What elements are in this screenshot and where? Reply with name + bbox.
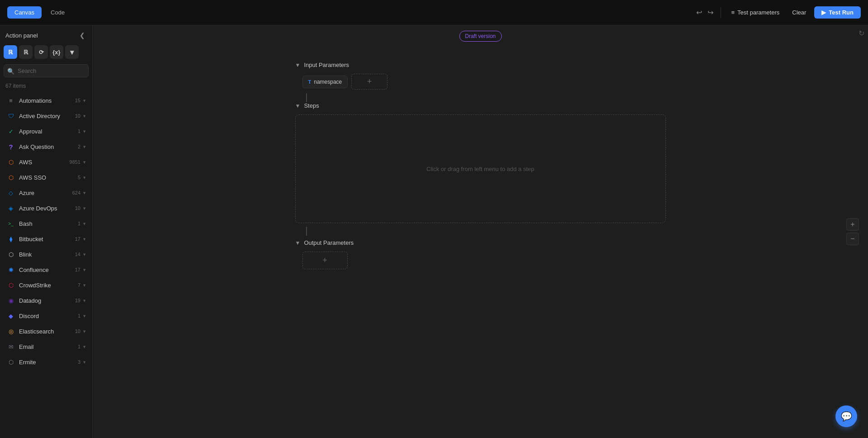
chevron-icon: ▾ [83,282,86,288]
chevron-icon: ▾ [83,344,86,350]
undo-button[interactable]: ↩ [694,6,704,19]
azure-devops-icon: ◈ [6,204,15,213]
steps-chevron[interactable]: ▼ [295,103,301,109]
tool-icon-more[interactable]: ▾ [65,45,79,59]
automations-icon: ≡ [6,96,15,105]
test-run-button[interactable]: ▶ Test Run [814,6,861,19]
chevron-icon: ▾ [83,159,86,165]
zoom-in-button[interactable]: + [846,218,859,231]
active-directory-icon: 🛡 [6,111,15,120]
steps-empty-message: Click or drag from left menu to add a st… [426,166,534,172]
tab-code[interactable]: Code [43,6,72,19]
search-box: 🔍 [4,64,89,77]
zoom-out-button[interactable]: − [846,233,859,245]
chevron-icon: ▾ [83,267,86,273]
steps-drop-zone[interactable]: Click or drag from left menu to add a st… [295,114,666,223]
output-parameters-section: ▼ Output Parameters + [295,239,666,269]
connector-line-1 [306,93,307,102]
sidebar-item-azure[interactable]: ◇ Azure 624 ▾ [2,185,90,200]
chevron-icon: ▾ [83,113,86,119]
chevron-icon: ▾ [83,236,86,242]
input-params-chevron[interactable]: ▼ [295,62,301,68]
sidebar-title: Action panel [5,32,38,39]
sidebar-item-aws-sso[interactable]: ⬡ AWS SSO 5 ▾ [2,170,90,185]
aws-sso-icon: ⬡ [6,173,15,182]
draft-version-badge: Draft version [459,31,501,42]
chevron-icon: ▾ [83,252,86,257]
chevron-icon: ▾ [83,144,86,150]
items-count: 67 items [0,81,92,93]
clear-button[interactable]: Clear [788,6,811,19]
sidebar-header: Action panel ❮ [0,25,92,43]
sidebar-item-ermite[interactable]: ⬡ Ermite 3 ▾ [2,354,90,370]
email-icon: ✉ [6,342,15,351]
search-input[interactable] [4,64,89,77]
sidebar-item-elasticsearch[interactable]: ◎ Elasticsearch 10 ▾ [2,324,90,339]
tool-icon-1[interactable]: ℝ [4,45,17,59]
canvas-content: Draft version ▼ Input Parameters T names… [295,25,666,287]
aws-icon: ⬡ [6,157,15,167]
test-parameters-button[interactable]: ≡ Test parameters [726,6,784,19]
chat-icon: 💬 [841,411,852,422]
sidebar-item-approval[interactable]: ✓ Approval 1 ▾ [2,124,90,139]
chevron-icon: ▾ [83,328,86,334]
undo-redo-group: ↩ ↪ [694,6,715,19]
add-output-param-button[interactable]: + [302,252,348,269]
refresh-icon[interactable]: ↻ [859,29,864,38]
sidebar-item-confluence[interactable]: ✺ Confluence 17 ▾ [2,262,90,277]
collapse-sidebar-button[interactable]: ❮ [78,31,87,40]
datadog-icon: ◉ [6,296,15,305]
chevron-icon: ▾ [83,221,86,227]
chevron-icon: ▾ [83,175,86,181]
steps-label: Steps [304,102,319,109]
confluence-icon: ✺ [6,265,15,274]
tab-canvas[interactable]: Canvas [7,6,42,19]
azure-icon: ◇ [6,188,15,197]
sidebar-item-ask-question[interactable]: ? Ask Question 2 ▾ [2,139,90,154]
params-row: T namespace + [295,74,666,90]
chevron-icon: ▾ [83,298,86,304]
sidebar-item-azure-devops[interactable]: ◈ Azure DevOps 10 ▾ [2,200,90,216]
chevron-icon: ▾ [83,190,86,196]
sidebar-item-discord[interactable]: ◆ Discord 1 ▾ [2,308,90,324]
chat-button[interactable]: 💬 [835,405,857,427]
blink-icon: ⬡ [6,250,15,259]
tool-icon-2[interactable]: ℝ [19,45,33,59]
divider [721,7,721,18]
sidebar-item-aws[interactable]: ⬡ AWS 9851 ▾ [2,154,90,170]
input-params-label: Input Parameters [304,62,349,68]
chevron-icon: ▾ [83,98,86,104]
steps-header: ▼ Steps [295,102,666,109]
sidebar-item-datadog[interactable]: ◉ Datadog 19 ▾ [2,293,90,308]
sidebar-item-active-directory[interactable]: 🛡 Active Directory 10 ▾ [2,108,90,124]
sidebar-item-bitbucket[interactable]: ⧫ Bitbucket 17 ▾ [2,231,90,247]
sidebar: Action panel ❮ ℝ ℝ ⟳ {x} ▾ 🔍 67 items ≡ … [0,25,93,438]
chevron-icon: ▾ [83,313,86,319]
redo-button[interactable]: ↪ [706,6,715,19]
sidebar-item-crowdstrike[interactable]: ⬡ CrowdStrike 7 ▾ [2,277,90,293]
sidebar-item-blink[interactable]: ⬡ Blink 14 ▾ [2,247,90,262]
chevron-icon: ▾ [83,205,86,211]
output-params-chevron[interactable]: ▼ [295,240,301,246]
sidebar-item-automations[interactable]: ≡ Automations 15 ▾ [2,93,90,108]
tool-icon-3[interactable]: ⟳ [34,45,48,59]
tab-group: Canvas Code [7,6,72,19]
sidebar-item-bash[interactable]: >_ Bash 1 ▾ [2,216,90,231]
input-parameters-section: ▼ Input Parameters T namespace + [295,62,666,90]
zoom-controls: + − [846,218,859,245]
add-input-param-button[interactable]: + [351,74,387,90]
namespace-param-chip: T namespace [302,76,348,88]
ermite-icon: ⬡ [6,357,15,367]
bitbucket-icon: ⧫ [6,234,15,243]
topbar-right: ↩ ↪ ≡ Test parameters Clear ▶ Test Run [694,6,861,19]
discord-icon: ◆ [6,311,15,320]
main-layout: Action panel ❮ ℝ ℝ ⟳ {x} ▾ 🔍 67 items ≡ … [0,25,868,438]
approval-icon: ✓ [6,127,15,136]
connector-line-2 [306,227,307,236]
sidebar-item-email[interactable]: ✉ Email 1 ▾ [2,339,90,354]
canvas-area: ↻ Draft version ▼ Input Parameters T nam… [93,25,868,438]
ask-question-icon: ? [6,142,15,151]
namespace-param-label: namespace [314,79,342,85]
topbar: Canvas Code ↩ ↪ ≡ Test parameters Clear … [0,0,868,25]
tool-icon-4[interactable]: {x} [50,45,63,59]
